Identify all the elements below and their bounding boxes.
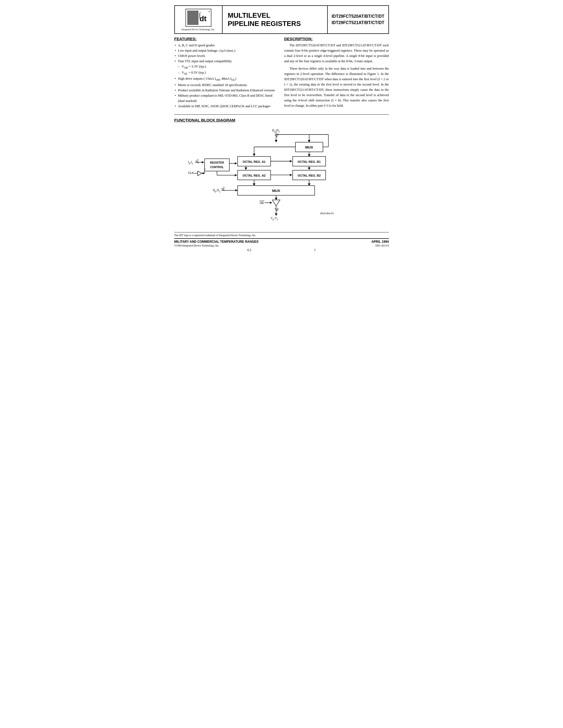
bus-width-top: 8 xyxy=(277,133,278,136)
svg-marker-48 xyxy=(252,183,255,186)
description-heading: DESCRIPTION: xyxy=(284,37,389,41)
io-bus-width: 2 xyxy=(197,159,198,162)
feature-item: Military product compliant to MIL-STD-88… xyxy=(174,93,279,104)
feature-item: Low input and output leakage ≤1μA (max.) xyxy=(174,48,279,53)
footer-section: The IDT logo is a registered trademark o… xyxy=(174,232,389,252)
feature-item: True TTL input and output compatibility xyxy=(174,59,279,64)
part-number-1: IDT29FCT520AT/BT/CT/DT xyxy=(332,13,385,20)
mux-bottom-label: MUX xyxy=(272,189,280,193)
svg-rect-1 xyxy=(187,11,198,25)
drawing-number: 2619 drw 01 xyxy=(320,212,334,215)
content-section: FEATURES: A, B, C and D speed grades Low… xyxy=(174,37,389,115)
feature-sub-item: VOH = 3.3V (typ.) xyxy=(174,64,279,70)
oe-label: OE xyxy=(259,201,264,204)
svg-text:®: ® xyxy=(208,11,210,13)
reg-a2-label: OCTAL REG. A2 xyxy=(242,174,265,177)
feature-item: Product available in Radiation Tolerant … xyxy=(174,88,279,93)
svg-marker-50 xyxy=(308,183,310,186)
s-bus-width: 2 xyxy=(223,187,224,190)
doc-number: DSC-4215/4 xyxy=(376,244,389,247)
features-heading: FEATURES: xyxy=(174,37,279,41)
svg-marker-35 xyxy=(235,162,237,164)
functional-block-diagram-section: FUNCTIONAL BLOCK DIAGRAM D0-D7 8 MUX xyxy=(174,118,389,227)
register-control-box xyxy=(204,159,229,171)
feature-item: CMOS power levels xyxy=(174,53,279,59)
idt-logo-svg: dt ® ∫ xyxy=(185,8,212,27)
svg-marker-38 xyxy=(235,174,237,176)
part-number-2: IDT29FCT521AT/BT/CT/DT xyxy=(332,20,385,26)
product-title-line2: PIPELINE REGISTERS xyxy=(228,20,301,28)
fbd-heading: FUNCTIONAL BLOCK DIAGRAM xyxy=(174,118,389,122)
svg-marker-65 xyxy=(252,154,255,156)
clk-label: CLK xyxy=(188,171,194,174)
svg-marker-40 xyxy=(308,168,310,170)
header-title-section: MULTILEVEL PIPELINE REGISTERS xyxy=(222,6,328,33)
register-control-label1: REGISTER xyxy=(210,161,224,164)
mux-top-label: MUX xyxy=(305,145,313,149)
logo-company-text: Integrated Device Technology, Inc. xyxy=(181,28,215,31)
description-para1: The IDT29FCT520AT/BT/CT/DT and IDT29FCT5… xyxy=(284,43,389,64)
reg-b1-label: OCTAL REG. B1 xyxy=(298,160,321,163)
description-section: DESCRIPTION: The IDT29FCT520AT/BT/CT/DT … xyxy=(284,37,389,110)
svg-marker-22 xyxy=(275,140,277,142)
reg-b2-label: OCTAL REG. B2 xyxy=(298,174,321,177)
footer-page-number: 6.2 1 xyxy=(174,248,389,252)
feature-item: Available in DIP, SOIC, SSOP, QSOP, CERP… xyxy=(174,104,279,109)
footer-date: APRIL 1994 xyxy=(372,240,389,244)
svg-marker-27 xyxy=(308,154,310,156)
product-title-line1: MULTILEVEL xyxy=(228,11,270,20)
svg-marker-53 xyxy=(235,189,237,191)
bus-width-bottom: 8 xyxy=(277,208,278,211)
header-part-numbers: IDT29FCT520AT/BT/CT/DT IDT29FCT521AT/BT/… xyxy=(328,6,389,33)
logo-section: dt ® ∫ Integrated Device Technology, Inc… xyxy=(175,6,222,33)
s-input-label: S0,S1 xyxy=(213,188,220,193)
svg-marker-55 xyxy=(275,198,277,200)
block-diagram-svg: D0-D7 8 MUX OCTAL REG. A1 OCTAL xyxy=(174,126,389,231)
feature-item: A, B, C and D speed grades xyxy=(174,43,279,48)
io-input-label: I0,I1 xyxy=(188,160,193,165)
description-body: The IDT29FCT520AT/BT/CT/DT and IDT29FCT5… xyxy=(284,43,389,108)
register-control-label2: CONTROL xyxy=(210,166,224,169)
reg-a1-label: OCTAL REG. A1 xyxy=(242,160,265,163)
clk-buffer-triangle xyxy=(198,171,202,176)
oe-buffer-triangle xyxy=(272,200,280,206)
svg-marker-62 xyxy=(275,213,277,215)
features-section: FEATURES: A, B, C and D speed grades Low… xyxy=(174,37,279,110)
svg-marker-58 xyxy=(270,202,272,204)
svg-marker-44 xyxy=(290,174,292,176)
svg-marker-30 xyxy=(202,161,204,163)
description-para2: These devices differ only in the way dat… xyxy=(284,66,389,108)
svg-marker-46 xyxy=(244,168,247,170)
svg-marker-25 xyxy=(308,140,310,142)
feature-item: High drive outputs (-15mA IOH, 48mA IOL) xyxy=(174,76,279,82)
trademark-text: The IDT logo is a registered trademark o… xyxy=(174,234,389,237)
footer-bottom-bar: MILITARY AND COMMERCIAL TEMPERATURE RANG… xyxy=(174,238,389,244)
y-output-label: Y0-Y7 xyxy=(270,217,278,221)
feature-item: Meets or exceeds JEDEC standard 18 speci… xyxy=(174,82,279,88)
footer-copyright-row: ©1994 Integrated Device Technology, Inc.… xyxy=(174,244,389,247)
diagram-container: D0-D7 8 MUX OCTAL REG. A1 OCTAL xyxy=(174,126,389,227)
page-header: dt ® ∫ Integrated Device Technology, Inc… xyxy=(174,5,389,34)
footer-mil-text: MILITARY AND COMMERCIAL TEMPERATURE RANG… xyxy=(174,240,258,244)
feature-sub-item: VOL = 0.3V (typ.) xyxy=(174,70,279,76)
features-list: A, B, C and D speed grades Low input and… xyxy=(174,43,279,109)
svg-marker-42 xyxy=(290,160,292,162)
copyright-text: ©1994 Integrated Device Technology, Inc. xyxy=(174,244,219,247)
